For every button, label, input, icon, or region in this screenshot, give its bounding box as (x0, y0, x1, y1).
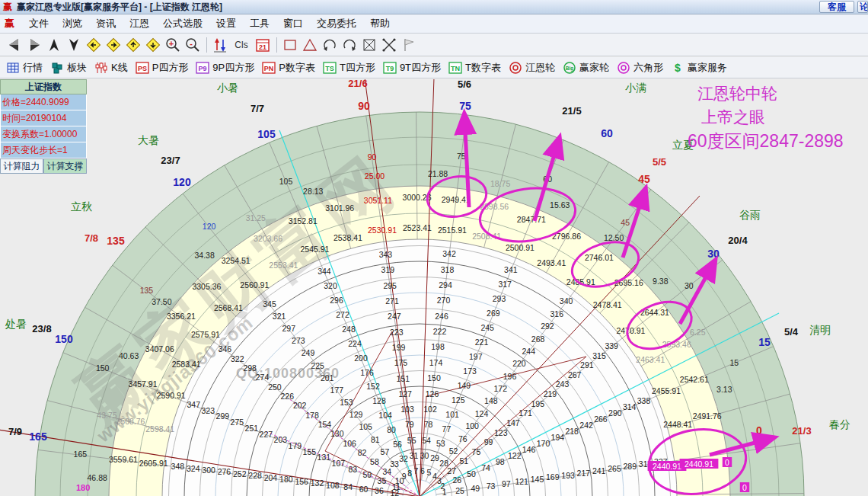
spiral-number: 151 (397, 374, 410, 383)
spiral-number: 7 (413, 466, 418, 475)
arc-ccw-icon[interactable] (320, 36, 340, 54)
triangle-tool-icon[interactable] (300, 36, 320, 54)
spiral-number: 296 (330, 296, 343, 305)
spiral-number: 148 (484, 396, 498, 405)
zoom-in-icon[interactable]: + (163, 36, 183, 54)
spiral-number: 321 (273, 312, 286, 321)
view-button-江恩轮[interactable]: 江恩轮 (509, 61, 555, 75)
spiral-number: 84 (343, 482, 353, 491)
spiral-number: 124 (475, 409, 489, 418)
menu-item-1[interactable]: 浏览 (56, 17, 89, 30)
spiral-number: 82 (358, 448, 367, 457)
expand-icon[interactable] (379, 36, 399, 54)
date-label: 7/7 (251, 103, 264, 114)
spiral-number: 293 (493, 294, 506, 303)
view-button-T数字表[interactable]: TNT数字表 (448, 61, 501, 75)
view-button-T四方形[interactable]: TST四方形 (323, 61, 375, 75)
view-button-赢家轮[interactable]: Big赢家轮 (563, 61, 609, 75)
diamond-down-icon[interactable] (143, 36, 163, 54)
spiral-number: 251 (245, 424, 259, 433)
spiral-number: 131 (318, 453, 331, 462)
spiral-number: 125 (452, 395, 465, 405)
cursor-up-icon[interactable] (44, 36, 64, 54)
spiral-number: 60 (359, 485, 369, 494)
date-row: 时间=20190104 (0, 110, 87, 126)
deg15-value: 45 (621, 218, 630, 227)
price-inner-value: 2493.41 (537, 258, 566, 267)
view-button-9T四方形[interactable]: T99T四方形 (383, 61, 441, 75)
spiral-number: 180 (279, 475, 293, 484)
calc-resistance-button[interactable]: 计算阻力 (0, 158, 43, 174)
price-inner-value: 2485.91 (566, 277, 595, 286)
menu-item-2[interactable]: 资讯 (89, 17, 123, 30)
spiral-number: 203 (274, 435, 288, 444)
view-button-行情[interactable]: 行情 (6, 61, 43, 75)
cursor-down-icon[interactable] (64, 36, 84, 54)
cls-button[interactable]: Cls (230, 36, 253, 54)
nav-right-icon[interactable] (24, 36, 44, 54)
coefficient-row: 变换系数=1.00000 (0, 126, 87, 142)
spiral-number: 324 (187, 464, 200, 473)
view-button-9P四方形[interactable]: P99P四方形 (196, 61, 254, 75)
calc-support-button[interactable]: 计算支撑 (43, 158, 87, 174)
rect-tool-icon[interactable] (280, 36, 300, 54)
spiral-number: 266 (594, 414, 608, 424)
calendar-icon[interactable]: 21 (253, 36, 273, 54)
annotation-text: 60度区间2847-2898 (688, 131, 844, 151)
menu-item-4[interactable]: 公式选股 (156, 17, 209, 30)
candles-icon (94, 61, 108, 75)
view-button-板块[interactable]: 板块 (50, 61, 87, 75)
view-button-K线[interactable]: K线 (94, 61, 128, 75)
gann-wheel-svg[interactable]: 赢家财富网www.yingjia360.comQQ:10080036012345… (0, 79, 868, 496)
spiral-number: 105 (359, 422, 372, 431)
spiral-number: 171 (519, 408, 532, 418)
partial-button[interactable]: 论 (857, 1, 868, 13)
diamond-up-icon[interactable] (123, 36, 143, 54)
menu-item-9[interactable]: 帮助 (363, 17, 397, 30)
spiral-number: 290 (608, 408, 622, 418)
price-row: 价格=2440.9099 (0, 94, 87, 110)
menu-item-5[interactable]: 设置 (209, 17, 243, 30)
percent-value: 40.63 (119, 351, 139, 360)
box-x-icon[interactable] (359, 36, 379, 54)
menu-item-7[interactable]: 窗口 (276, 17, 310, 30)
price-inner-value: 2568.41 (214, 303, 243, 312)
spiral-number: 291 (580, 360, 594, 370)
spiral-number: 222 (433, 327, 447, 336)
arc-cw-icon[interactable] (340, 36, 359, 54)
nav-left-icon[interactable] (5, 36, 24, 54)
spiral-number: 30 (420, 451, 429, 460)
svg-text:P9: P9 (199, 65, 207, 72)
spiral-number: 270 (437, 296, 451, 305)
view-button-赢家服务[interactable]: $赢家服务 (671, 61, 727, 75)
zoom-out-icon[interactable]: - (183, 36, 203, 54)
percent-value: 43.75 (97, 411, 116, 420)
price-outer-value: 2949.41 (442, 195, 471, 204)
flag-icon[interactable] (399, 36, 419, 54)
solar-term-label: 谷雨 (739, 209, 761, 221)
spiral-number: 265 (608, 464, 621, 473)
date-label: 21/6 (348, 79, 367, 89)
deg15-value: 165 (74, 450, 88, 459)
customer-service-button[interactable]: 客服 (819, 1, 854, 13)
menu-item-6[interactable]: 工具 (243, 17, 276, 30)
highlight-box-value: 2440.91 (653, 462, 681, 471)
spiral-number: 26 (452, 475, 461, 485)
solar-term-label: 处暑 (5, 318, 27, 330)
spiral-number: 194 (551, 433, 565, 442)
menu-item-0[interactable]: 文件 (22, 17, 56, 30)
spiral-number: 54 (422, 436, 431, 445)
menu-item-3[interactable]: 江恩 (123, 17, 156, 30)
spiral-number: 289 (624, 462, 637, 471)
updown-icon[interactable] (210, 36, 230, 54)
diamond-left-icon[interactable] (84, 36, 104, 54)
spiral-number: 218 (565, 427, 579, 436)
spiral-number: 29 (430, 453, 439, 462)
svg-text:-: - (190, 38, 193, 47)
view-button-P四方形[interactable]: PSP四方形 (136, 61, 189, 75)
diamond-right-icon[interactable] (104, 36, 123, 54)
view-button-六角形[interactable]: 六角形 (617, 61, 663, 75)
view-button-P数字表[interactable]: PNP数字表 (262, 61, 315, 75)
menu-item-8[interactable]: 交易委托 (310, 17, 363, 30)
price-inner-value: 2575.91 (191, 330, 220, 339)
